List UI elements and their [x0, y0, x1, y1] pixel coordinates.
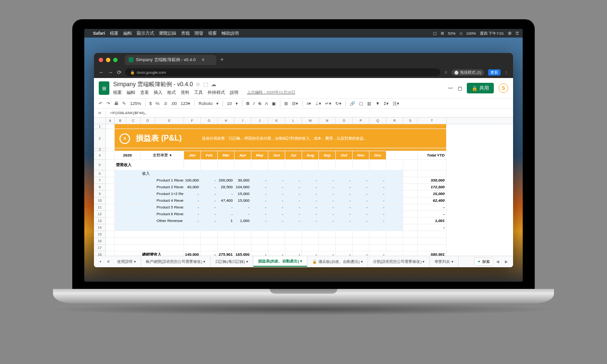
- col-header[interactable]: E: [155, 117, 184, 124]
- row-header[interactable]: 16: [94, 238, 106, 245]
- cell[interactable]: [319, 238, 336, 245]
- format-more-button[interactable]: 123▾: [181, 101, 190, 106]
- tabs-scroll-right[interactable]: ▶: [502, 260, 511, 264]
- cell[interactable]: Jul: [285, 151, 302, 160]
- cell[interactable]: -: [184, 204, 201, 211]
- cell[interactable]: [336, 170, 353, 177]
- fill-color-button[interactable]: ▣: [272, 101, 276, 106]
- cell[interactable]: [418, 160, 447, 170]
- row-header[interactable]: 8: [94, 184, 106, 191]
- cell[interactable]: -: [251, 191, 268, 197]
- col-header[interactable]: H: [218, 117, 235, 124]
- cell[interactable]: -: [369, 191, 386, 197]
- sheet-tab[interactable]: 分類(請依照您公司需要修改) ▾: [368, 257, 430, 267]
- cell[interactable]: [268, 245, 285, 251]
- cell[interactable]: Product 6 Revenue 商品6: [155, 211, 184, 218]
- cell[interactable]: -: [302, 197, 319, 204]
- cell[interactable]: -: [302, 191, 319, 197]
- cell[interactable]: -: [285, 218, 302, 224]
- move-icon[interactable]: ⬚: [203, 81, 208, 88]
- halign-button[interactable]: ≡▾: [306, 101, 311, 106]
- cell[interactable]: [353, 170, 369, 177]
- cell[interactable]: -: [201, 191, 218, 197]
- cell[interactable]: [115, 231, 184, 238]
- cell[interactable]: [106, 177, 115, 184]
- cell[interactable]: -: [285, 191, 302, 197]
- cell[interactable]: -: [319, 251, 336, 256]
- sheets-menu[interactable]: 編輯: [127, 90, 135, 96]
- cell[interactable]: [319, 160, 336, 170]
- cell[interactable]: [369, 224, 386, 231]
- cell[interactable]: [369, 245, 386, 251]
- cell[interactable]: [403, 170, 418, 177]
- cell[interactable]: Nov: [353, 151, 369, 160]
- cell[interactable]: -: [268, 197, 285, 204]
- cell[interactable]: -: [302, 211, 319, 218]
- cell[interactable]: [106, 197, 115, 204]
- cell[interactable]: -: [302, 204, 319, 211]
- cell[interactable]: [386, 170, 403, 177]
- cell[interactable]: 40,000: [184, 184, 201, 191]
- cell[interactable]: [353, 245, 369, 251]
- cell[interactable]: [336, 160, 353, 170]
- cell[interactable]: Jan: [184, 151, 201, 160]
- share-button[interactable]: 🔒共用: [467, 83, 494, 93]
- menu-item[interactable]: 瀏覽記錄: [159, 30, 176, 37]
- cell[interactable]: [369, 238, 386, 245]
- cell[interactable]: -: [201, 218, 218, 224]
- cell[interactable]: [201, 245, 218, 251]
- cell[interactable]: [319, 170, 336, 177]
- forward-button[interactable]: →: [108, 69, 113, 75]
- cell[interactable]: -: [285, 184, 302, 191]
- cell[interactable]: 62,400: [418, 197, 447, 204]
- cell[interactable]: [115, 184, 155, 191]
- col-header[interactable]: B: [115, 117, 126, 124]
- cell[interactable]: [201, 238, 218, 245]
- cell[interactable]: [235, 245, 251, 251]
- row-header[interactable]: 15: [94, 231, 106, 238]
- sheets-logo-icon[interactable]: ⊞: [99, 81, 109, 95]
- wifi-icon[interactable]: ◇: [460, 31, 462, 36]
- row-header[interactable]: 10: [94, 197, 106, 204]
- cell[interactable]: [386, 197, 403, 204]
- cell[interactable]: -: [336, 251, 353, 256]
- cell[interactable]: [403, 160, 418, 170]
- cell[interactable]: -: [302, 177, 319, 184]
- cell[interactable]: -: [268, 184, 285, 191]
- spotlight-icon[interactable]: ⦿: [508, 31, 512, 36]
- row-header[interactable]: 14: [94, 224, 106, 231]
- cell[interactable]: [386, 245, 403, 251]
- cell[interactable]: [302, 245, 319, 251]
- col-header[interactable]: T: [418, 117, 447, 124]
- last-edit-link[interactable]: 上次編輯：2020年11月10日: [247, 90, 295, 96]
- cell[interactable]: -: [235, 211, 251, 218]
- col-header[interactable]: N: [319, 117, 336, 124]
- col-header[interactable]: F: [184, 117, 201, 124]
- cell[interactable]: -: [251, 218, 268, 224]
- account-icon[interactable]: S: [499, 83, 508, 93]
- cell[interactable]: [235, 170, 251, 177]
- col-header[interactable]: O: [336, 117, 353, 124]
- cell[interactable]: -: [285, 251, 302, 256]
- cell[interactable]: -: [336, 197, 353, 204]
- cell[interactable]: Apr: [235, 151, 251, 160]
- close-tab-icon[interactable]: ×: [202, 57, 204, 62]
- cell[interactable]: [336, 245, 353, 251]
- cell[interactable]: [115, 204, 155, 211]
- col-header[interactable]: C: [126, 117, 141, 124]
- cell[interactable]: 2020: [115, 151, 141, 160]
- cell[interactable]: 全部專案 ▾: [141, 151, 184, 160]
- cell[interactable]: 營業收入: [115, 160, 184, 170]
- row-header[interactable]: 5: [94, 160, 106, 170]
- cell[interactable]: [218, 231, 235, 238]
- cell[interactable]: 140,000: [184, 251, 201, 256]
- sheets-menu[interactable]: 工具: [194, 90, 203, 96]
- cell[interactable]: 1: [218, 218, 235, 224]
- sheet-tab[interactable]: 損益表(勿改、自動產出) ▾: [253, 257, 308, 267]
- cell[interactable]: May: [251, 151, 268, 160]
- cell[interactable]: -: [251, 211, 268, 218]
- cell[interactable]: Product 1 Revenue 商品1: [155, 177, 184, 184]
- star-icon[interactable]: ☆: [196, 81, 200, 88]
- cell[interactable]: Other Revenue 其他收入: [155, 218, 184, 224]
- address-bar[interactable]: 🔒 docs.google.com: [125, 68, 440, 76]
